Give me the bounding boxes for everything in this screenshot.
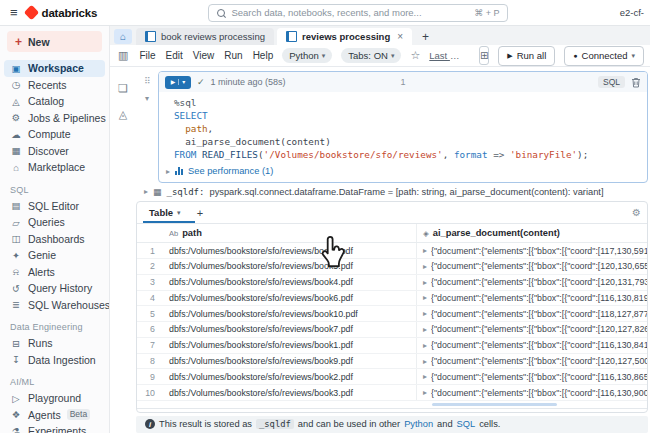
folder-icon[interactable]: ❏: [118, 83, 128, 94]
sql-link[interactable]: SQL: [457, 419, 476, 429]
sidebar-item-jobs-pipelines[interactable]: ⚙Jobs & Pipelines: [4, 110, 105, 127]
side-panel-icon[interactable]: ▥: [118, 49, 128, 62]
table-row[interactable]: 5dbfs:/Volumes/bookstore/sfo/reviews/boo…: [137, 306, 647, 322]
code-editor[interactable]: %sqlSELECT path, ai_parse_document(conte…: [159, 92, 647, 164]
value-cell[interactable]: ▸{"document":{"elements":[{"bbox":[{"coo…: [416, 354, 647, 369]
menu-help[interactable]: Help: [253, 50, 274, 61]
notebook-cell[interactable]: ▶ ▾ ✓ 1 minute ago (58s) 1 SQL: [158, 71, 648, 183]
close-icon[interactable]: ×: [397, 31, 403, 42]
expander-icon[interactable]: ▸: [423, 341, 427, 350]
sidebar-item-recents[interactable]: ◷Recents: [4, 77, 105, 94]
value-cell[interactable]: ▸{"document":{"elements":[{"bbox":[{"coo…: [416, 243, 647, 258]
path-cell[interactable]: dbfs:/Volumes/bookstore/sfo/reviews/book…: [163, 293, 416, 303]
expander-icon[interactable]: ▸: [166, 167, 170, 176]
path-cell[interactable]: dbfs:/Volumes/bookstore/sfo/reviews/book…: [163, 372, 416, 382]
path-cell[interactable]: dbfs:/Volumes/bookstore/sfo/reviews/book…: [163, 277, 416, 287]
sidebar-item-compute[interactable]: ☁Compute: [4, 126, 105, 143]
value-cell[interactable]: ▸{"document":{"elements":[{"bbox":[{"coo…: [416, 322, 647, 337]
value-cell[interactable]: ▸{"document":{"elements":[{"bbox":[{"coo…: [416, 338, 647, 353]
expander-icon[interactable]: ▸: [423, 246, 427, 255]
language-selector[interactable]: Python ▾: [282, 48, 332, 63]
expander-icon[interactable]: ▸: [423, 309, 427, 318]
sidebar-item-workspace[interactable]: ▣Workspace: [4, 60, 105, 77]
last-edit-link[interactable]: Last edit was 1 minute ago: [429, 50, 461, 61]
menu-run[interactable]: Run: [224, 50, 242, 61]
sidebar-item-query-history[interactable]: ↺Query History: [4, 280, 105, 297]
table-row[interactable]: 7dbfs:/Volumes/bookstore/sfo/reviews/boo…: [137, 338, 647, 354]
sidebar-item-sql-editor[interactable]: ▤SQL Editor: [4, 198, 105, 215]
delete-cell-icon[interactable]: [631, 77, 641, 88]
path-cell[interactable]: dbfs:/Volumes/bookstore/sfo/reviews/book…: [163, 356, 416, 366]
code-line[interactable]: SELECT: [174, 109, 639, 122]
cell-language-badge[interactable]: SQL: [598, 76, 625, 88]
sidebar-item-discover[interactable]: ▦Discover: [4, 143, 105, 160]
global-search[interactable]: ⌘ + P: [208, 4, 508, 22]
tab-reviews-processing[interactable]: reviews processing×: [277, 28, 412, 45]
code-line[interactable]: ai_parse_document(content): [174, 135, 639, 148]
path-cell[interactable]: dbfs:/Volumes/bookstore/sfo/reviews/book…: [163, 246, 416, 256]
sidebar-item-dashboards[interactable]: ◫Dashboards: [4, 231, 105, 248]
sidebar-item-runs[interactable]: ⊟Runs: [4, 335, 105, 352]
menu-edit[interactable]: Edit: [166, 50, 183, 61]
path-cell[interactable]: dbfs:/Volumes/bookstore/sfo/reviews/book…: [163, 388, 416, 398]
value-cell[interactable]: ▸{"document":{"elements":[{"bbox":[{"coo…: [416, 306, 647, 321]
sidebar-item-sql-warehouses[interactable]: ≣SQL Warehouses: [4, 297, 105, 314]
code-line[interactable]: %sql: [174, 96, 639, 109]
tabs-toggle[interactable]: Tabs: ON ▾: [341, 48, 401, 63]
code-line[interactable]: FROM READ_FILES('/Volumes/bookstore/sfo/…: [174, 148, 639, 161]
table-row[interactable]: 2dbfs:/Volumes/bookstore/sfo/reviews/boo…: [137, 259, 647, 275]
download-options-button[interactable]: ▾: [166, 412, 187, 413]
table-row[interactable]: 9dbfs:/Volumes/bookstore/sfo/reviews/boo…: [137, 369, 647, 385]
expander-icon[interactable]: ▸: [423, 278, 427, 287]
run-all-button[interactable]: ▶ Run all: [498, 46, 555, 66]
value-cell[interactable]: ▸{"document":{"elements":[{"bbox":[{"coo…: [416, 275, 647, 290]
sidebar-item-alerts[interactable]: ⍾Alerts: [4, 264, 105, 281]
catalog-panel-icon[interactable]: ◬: [119, 109, 127, 120]
table-row[interactable]: 3dbfs:/Volumes/bookstore/sfo/reviews/boo…: [137, 275, 647, 291]
databricks-logo[interactable]: databricks: [26, 7, 98, 19]
value-cell[interactable]: ▸{"document":{"elements":[{"bbox":[{"coo…: [416, 369, 647, 384]
expander-icon[interactable]: ▸: [144, 187, 148, 196]
sidebar-item-agents[interactable]: ❖AgentsBeta: [4, 407, 105, 424]
expander-icon[interactable]: ▸: [423, 372, 427, 381]
sidebar-item-genie[interactable]: ✦Genie: [4, 247, 105, 264]
table-view-tab[interactable]: Table ▾: [149, 207, 181, 218]
path-cell[interactable]: dbfs:/Volumes/bookstore/sfo/reviews/book…: [163, 324, 416, 334]
new-button[interactable]: + New: [7, 31, 102, 52]
column-header-path[interactable]: Ab path: [163, 228, 416, 238]
home-button[interactable]: ⌂: [114, 29, 132, 44]
table-row[interactable]: 6dbfs:/Volumes/bookstore/sfo/reviews/boo…: [137, 322, 647, 338]
horizontal-scrollbar[interactable]: [432, 403, 557, 406]
run-cell-button[interactable]: ▶ ▾: [165, 76, 191, 89]
sidebar-item-catalog[interactable]: ◬Catalog: [4, 93, 105, 110]
table-row[interactable]: 1dbfs:/Volumes/bookstore/sfo/reviews/boo…: [137, 243, 647, 259]
path-cell[interactable]: dbfs:/Volumes/bookstore/sfo/reviews/book…: [163, 309, 416, 319]
sidebar-item-queries[interactable]: ▱Queries: [4, 214, 105, 231]
table-row[interactable]: 10dbfs:/Volumes/bookstore/sfo/reviews/bo…: [137, 385, 647, 401]
table-row[interactable]: 8dbfs:/Volumes/bookstore/sfo/reviews/boo…: [137, 354, 647, 370]
gear-icon[interactable]: ⚙: [632, 207, 641, 218]
menu-view[interactable]: View: [193, 50, 215, 61]
value-cell[interactable]: ▸{"document":{"elements":[{"bbox":[{"coo…: [416, 291, 647, 306]
hamburger-menu-icon[interactable]: ≡: [10, 5, 18, 20]
python-link[interactable]: Python: [404, 419, 433, 429]
search-input[interactable]: [231, 7, 468, 18]
drag-handle-icon[interactable]: ⠿: [144, 76, 150, 86]
path-cell[interactable]: dbfs:/Volumes/bookstore/sfo/reviews/book…: [163, 340, 416, 350]
path-cell[interactable]: dbfs:/Volumes/bookstore/sfo/reviews/book…: [163, 261, 416, 271]
workspace-name[interactable]: e2-cf-: [620, 7, 644, 18]
sidebar-item-marketplace[interactable]: ⌂Marketplace: [4, 159, 105, 176]
connected-cluster-button[interactable]: ● Connected ▾: [564, 46, 644, 66]
menu-file[interactable]: File: [139, 50, 155, 61]
table-row[interactable]: 4dbfs:/Volumes/bookstore/sfo/reviews/boo…: [137, 291, 647, 307]
code-line[interactable]: path,: [174, 122, 639, 135]
expander-icon[interactable]: ▸: [423, 388, 427, 397]
expander-icon[interactable]: ▸: [423, 262, 427, 271]
sidebar-item-data-ingestion[interactable]: ↧Data Ingestion: [4, 352, 105, 369]
new-tab-button[interactable]: +: [416, 30, 435, 44]
favorite-star-icon[interactable]: ☆: [410, 49, 420, 62]
tab-book-reviews-processing[interactable]: book reviews processing: [136, 28, 274, 45]
sidebar-item-experiments[interactable]: ⚗Experiments: [4, 423, 105, 433]
layout-button[interactable]: ⊞: [479, 46, 489, 65]
column-header-ai-parse-document[interactable]: ◈ ai_parse_document(content): [416, 224, 647, 242]
